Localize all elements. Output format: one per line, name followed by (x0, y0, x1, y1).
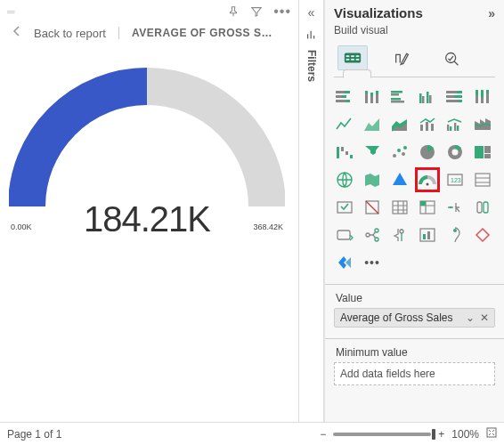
svg-rect-8 (336, 91, 345, 93)
svg-rect-41 (426, 122, 428, 131)
svg-rect-74 (337, 231, 350, 239)
minimum-value-dropzone[interactable]: Add data fields here (334, 362, 495, 385)
svg-rect-49 (345, 151, 348, 155)
kpi-icon[interactable] (332, 195, 357, 220)
report-canvas: ═ ••• Back to report AVERAGE OF GROSS SA… (0, 0, 299, 422)
decomposition-icon[interactable] (360, 222, 385, 247)
visualizations-title: Visualizations (334, 5, 423, 20)
filters-pane-collapsed[interactable]: « Filters (299, 0, 324, 422)
pin-icon[interactable] (227, 5, 240, 18)
stacked-area-icon[interactable] (387, 112, 412, 137)
py-visual-icon[interactable] (470, 195, 495, 220)
build-visual-label: Build visual (325, 22, 504, 42)
waterfall-icon[interactable] (332, 140, 357, 165)
filter-icon[interactable] (250, 5, 263, 18)
svg-rect-1 (346, 55, 350, 57)
key-influencers-icon[interactable] (332, 222, 357, 247)
svg-rect-29 (457, 91, 462, 93)
field-menu-chevron-icon[interactable]: ⌄ (466, 312, 475, 324)
combo-line-clustered-icon[interactable] (443, 112, 467, 137)
funnel-icon[interactable] (360, 140, 385, 165)
zoom-out-icon[interactable]: − (320, 428, 326, 441)
svg-rect-42 (431, 124, 434, 131)
paginated-icon[interactable] (443, 222, 467, 247)
zoom-control[interactable]: − + 100% (320, 427, 497, 441)
svg-rect-3 (356, 55, 360, 57)
multirow-card-icon[interactable] (470, 167, 495, 192)
narrative-icon[interactable] (415, 222, 440, 247)
svg-rect-70 (420, 201, 426, 206)
fit-page-icon[interactable] (486, 427, 497, 441)
tile-toolbar: ═ ••• (0, 0, 298, 20)
azure-map-icon[interactable] (387, 167, 412, 192)
svg-rect-65 (476, 174, 490, 186)
tab-analytics[interactable] (437, 45, 467, 70)
stacked-column-icon[interactable] (360, 85, 385, 109)
svg-rect-45 (454, 123, 456, 131)
value-field-name: Average of Gross Sales (340, 312, 453, 324)
area-chart-icon[interactable] (360, 112, 385, 137)
svg-rect-16 (370, 96, 373, 103)
svg-rect-44 (450, 126, 451, 131)
arcgis-icon[interactable] (470, 222, 495, 247)
clustered-column-icon[interactable] (415, 85, 440, 109)
clustered-bar-icon[interactable] (387, 85, 412, 109)
donut-icon[interactable] (443, 140, 467, 165)
svg-rect-21 (391, 93, 399, 96)
back-chevron-icon[interactable] (12, 25, 21, 41)
line-chart-icon[interactable] (332, 112, 357, 137)
slicer-icon[interactable] (360, 195, 385, 220)
svg-rect-13 (346, 100, 350, 102)
tab-fields[interactable] (337, 45, 368, 70)
qa-icon[interactable] (387, 222, 412, 247)
svg-rect-39 (486, 90, 489, 93)
r-visual-icon[interactable] (443, 195, 467, 220)
svg-rect-17 (370, 93, 373, 96)
value-field-pill[interactable]: Average of Gross Sales ⌄ ✕ (334, 308, 495, 328)
combo-line-column-icon[interactable] (415, 112, 440, 137)
gauge-chart[interactable]: 184.21K 0.00K 368.42K (0, 50, 294, 281)
stacked-bar-icon[interactable] (332, 85, 357, 109)
card-icon[interactable]: 123 (443, 167, 467, 192)
table-icon[interactable] (387, 195, 412, 220)
svg-point-82 (453, 229, 457, 232)
svg-rect-73 (484, 202, 488, 213)
page-status: Page 1 of 1 (7, 428, 61, 441)
treemap-icon[interactable] (470, 140, 495, 165)
more-icon[interactable]: ••• (273, 4, 291, 20)
zoom-in-icon[interactable]: + (438, 428, 444, 441)
svg-rect-59 (484, 146, 491, 153)
svg-rect-35 (476, 90, 478, 95)
visualizations-pane: Visualizations » Build visual (324, 0, 504, 422)
svg-point-57 (452, 150, 459, 156)
map-icon[interactable] (332, 167, 357, 192)
svg-point-78 (400, 230, 403, 233)
expand-filters-icon[interactable]: « (308, 5, 315, 20)
svg-rect-9 (345, 91, 350, 93)
svg-rect-83 (487, 428, 496, 437)
field-remove-icon[interactable]: ✕ (480, 312, 489, 324)
tab-format[interactable] (387, 45, 418, 70)
svg-rect-58 (475, 146, 484, 158)
hundred-bar-icon[interactable] (443, 85, 467, 109)
svg-rect-25 (422, 96, 425, 103)
collapse-viz-icon[interactable]: » (488, 6, 495, 20)
pie-icon[interactable] (415, 140, 440, 165)
scatter-icon[interactable] (387, 140, 412, 165)
grip-icon[interactable]: ═ (7, 5, 15, 18)
svg-point-53 (402, 152, 405, 156)
svg-rect-23 (391, 101, 404, 103)
matrix-icon[interactable] (415, 195, 440, 220)
ribbon-chart-icon[interactable] (470, 112, 495, 137)
zoom-slider[interactable] (333, 433, 431, 436)
svg-rect-46 (457, 125, 459, 131)
gauge-icon[interactable] (415, 167, 440, 192)
back-to-report-link[interactable]: Back to report (34, 27, 106, 40)
more-visuals-icon[interactable]: ••• (360, 250, 385, 275)
svg-rect-18 (376, 94, 378, 103)
powerapps-icon[interactable] (332, 250, 357, 275)
svg-point-62 (427, 183, 429, 186)
filled-map-icon[interactable] (360, 167, 385, 192)
hundred-column-icon[interactable] (470, 85, 495, 109)
svg-rect-12 (336, 100, 346, 102)
